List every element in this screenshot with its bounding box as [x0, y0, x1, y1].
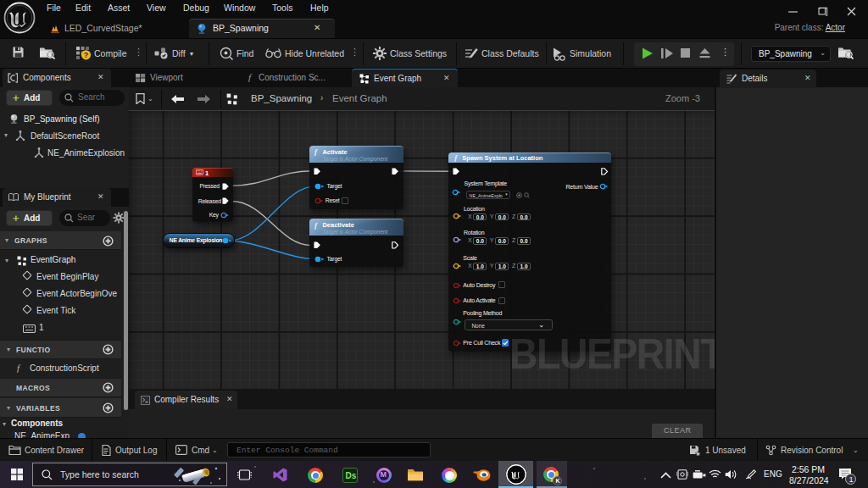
svg-text:?: ?	[84, 51, 89, 59]
